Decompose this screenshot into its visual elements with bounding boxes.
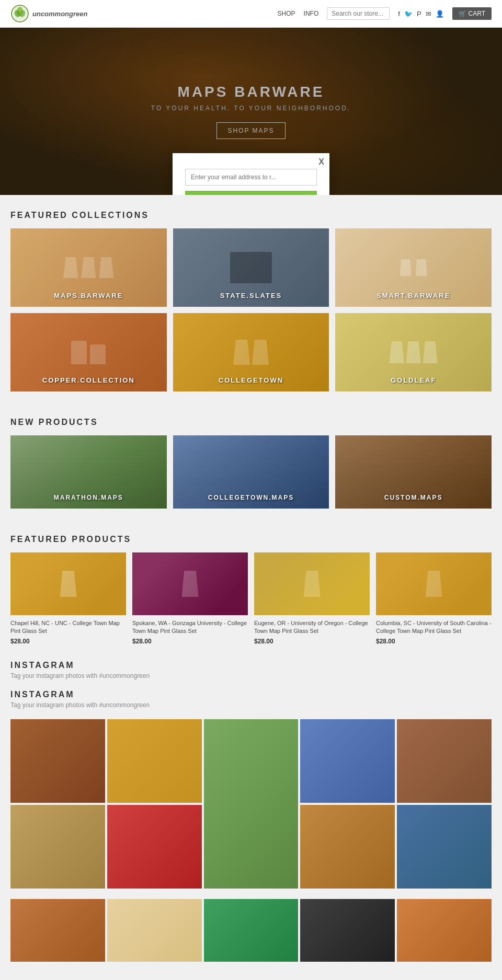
product-name: Columbia, SC - University of South Carol… [376,619,492,636]
featured-products-section: FEATURED PRODUCTS Chapel Hill, NC - UNC … [0,535,502,650]
product-price: $28.00 [132,638,248,645]
collection-item-smart-barware[interactable]: SMART.BARWARE [335,228,492,307]
facebook-icon[interactable]: f [398,10,400,18]
twitter-icon[interactable]: 🐦 [404,10,413,18]
instagram-post-5[interactable] [397,719,492,803]
instagram-post-r2-1[interactable] [10,899,105,962]
product-price: $28.00 [10,638,126,645]
product-image [254,552,370,615]
pinterest-icon[interactable]: P [417,10,421,18]
header: uncommongreen SHOP INFO f 🐦 P ✉ 👤 🛒 CART [0,0,502,28]
logo-text: uncommongreen [32,10,87,18]
product-price: $28.00 [254,638,370,645]
instagram-post-3[interactable] [204,719,299,889]
collection-label: MAPS.BARWARE [10,292,167,299]
product-label: MARATHON.MAPS [10,494,167,501]
instagram-post-r2-5[interactable] [397,899,492,962]
featured-collections-title: FEATURED COLLECTIONS [10,211,492,220]
email-modal: X CONTINUE [173,153,329,195]
product-image [10,552,126,615]
user-icon[interactable]: 👤 [436,10,444,18]
instagram-tag-2: Tag your instagram photos with #uncommon… [10,701,492,709]
featured-products-grid: Chapel Hill, NC - UNC - College Town Map… [0,552,502,650]
collection-label: SMART.BARWARE [335,292,492,299]
instagram-row2 [10,899,492,962]
instagram-post-r2-4[interactable] [300,899,395,962]
featured-product-2[interactable]: Spokane, WA - Gonzaga University - Colle… [132,552,248,645]
modal-continue-button[interactable]: CONTINUE [185,191,317,195]
cart-button[interactable]: 🛒 CART [452,7,492,20]
modal-email-input[interactable] [185,169,317,186]
product-name: Spokane, WA - Gonzaga University - Colle… [132,619,248,636]
instagram-grid [10,719,492,889]
instagram-title-1: INSTAGRAM [10,661,492,670]
collections-grid: MAPS.BARWARE STATE.SLATES SMART.BARWARE [0,228,502,402]
instagram-post-6[interactable] [10,805,105,889]
nav-shop[interactable]: SHOP [278,10,295,17]
instagram-title-2: INSTAGRAM [10,690,492,699]
featured-product-1[interactable]: Chapel Hill, NC - UNC - College Town Map… [10,552,126,645]
collection-label: COLLEGETOWN [173,376,329,384]
email-icon[interactable]: ✉ [426,10,431,18]
collection-label: STATE.SLATES [173,292,329,299]
collection-item-collegetown[interactable]: COLLEGETOWN [173,313,329,391]
product-image [132,552,248,615]
featured-products-title: FEATURED PRODUCTS [10,535,492,544]
instagram-section-2 [0,899,502,972]
nav-links: SHOP INFO f 🐦 P ✉ 👤 🛒 CART [278,7,492,20]
new-products-grid: MARATHON.MAPS COLLEGETOWN.MAPS CUSTOM.MA… [0,435,502,519]
collection-item-maps-barware[interactable]: MAPS.BARWARE [10,228,167,307]
nav-info[interactable]: INFO [304,10,319,17]
product-price: $28.00 [376,638,492,645]
featured-collections-section: FEATURED COLLECTIONS MAPS.BARWARE STATE.… [0,211,502,402]
instagram-post-9[interactable] [397,805,492,889]
product-label: COLLEGETOWN.MAPS [173,494,329,501]
product-image [376,552,492,615]
product-item-custom-maps[interactable]: CUSTOM.MAPS [335,435,492,509]
instagram-section-1: INSTAGRAM Tag your instagram photos with… [0,650,502,899]
collection-label: COPPER.COLLECTION [10,376,167,384]
logo[interactable]: uncommongreen [10,4,87,23]
product-item-marathon[interactable]: MARATHON.MAPS [10,435,167,509]
new-products-section: NEW PRODUCTS MARATHON.MAPS COLLEGETOWN.M… [0,418,502,519]
featured-product-3[interactable]: Eugene, OR - University of Oregon - Coll… [254,552,370,645]
product-label: CUSTOM.MAPS [335,494,492,501]
hero-section: MAPS BARWARE TO YOUR HEALTH. TO YOUR NEI… [0,28,502,195]
product-name: Eugene, OR - University of Oregon - Coll… [254,619,370,636]
collection-item-goldleaf[interactable]: GOLDLEAF [335,313,492,391]
instagram-post-2[interactable] [107,719,202,803]
instagram-post-1[interactable] [10,719,105,803]
featured-product-4[interactable]: Columbia, SC - University of South Carol… [376,552,492,645]
collection-label: GOLDLEAF [335,376,492,384]
instagram-post-r2-3[interactable] [204,899,299,962]
social-icons: f 🐦 P ✉ 👤 [398,10,443,18]
product-name: Chapel Hill, NC - UNC - College Town Map… [10,619,126,636]
collection-item-state-slates[interactable]: STATE.SLATES [173,228,329,307]
modal-close-button[interactable]: X [318,157,324,167]
instagram-post-4[interactable] [300,719,395,803]
new-products-title: NEW PRODUCTS [10,418,492,427]
instagram-post-8[interactable] [300,805,395,889]
logo-icon [10,4,29,23]
instagram-tag-1: Tag your instagram photos with #uncommon… [10,672,492,679]
collection-item-copper[interactable]: COPPER.COLLECTION [10,313,167,391]
product-item-collegetown-maps[interactable]: COLLEGETOWN.MAPS [173,435,329,509]
search-input[interactable] [327,7,390,20]
instagram-post-7[interactable] [107,805,202,889]
instagram-post-r2-2[interactable] [107,899,202,962]
